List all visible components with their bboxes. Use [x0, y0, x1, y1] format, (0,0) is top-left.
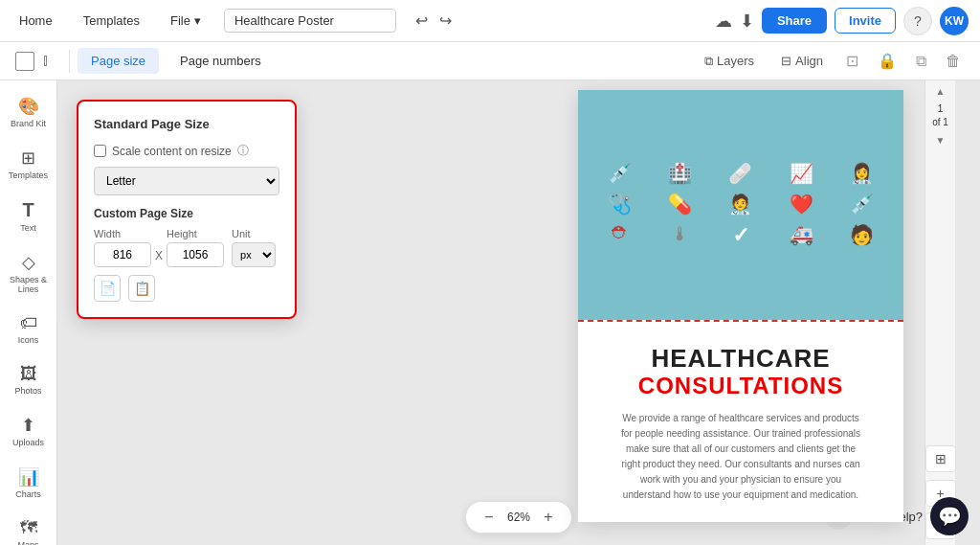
unit-select[interactable]: px in cm mm: [232, 242, 276, 267]
poster-bottom: HEALTHCARE CONSULTATIONS We provide a ra…: [578, 322, 903, 522]
help-button[interactable]: ?: [903, 7, 932, 35]
custom-page-size-title: Custom Page Size: [94, 207, 279, 220]
invite-button[interactable]: Invite: [835, 8, 896, 34]
scale-content-label: Scale content on resize: [112, 145, 232, 158]
download-icon[interactable]: ⬇: [740, 11, 754, 32]
crop-icon[interactable]: ⊡: [842, 48, 862, 74]
poster-body-text: We provide a range of healthcare service…: [616, 411, 865, 503]
maps-icon: 🗺: [20, 518, 37, 538]
copy-style-button[interactable]: ⊞: [925, 445, 956, 472]
poster-title-main: HEALTHCARE: [597, 345, 884, 373]
unit-label: Unit: [232, 228, 276, 239]
sidebar-item-text[interactable]: T Text: [4, 192, 54, 240]
scroll-up-btn[interactable]: ▲: [936, 86, 946, 97]
sidebar-label-photos: Photos: [14, 386, 41, 396]
toolbar-right: ⧉ Layers ⊟ Align ⊡ 🔒 ⧉ 🗑: [697, 48, 965, 74]
poster[interactable]: 💉 🏥 🩹 📈 👩‍⚕️ 🩺 💊 🧑‍⚕️ ❤️ 💉 ⛑ 🌡 ✓ �: [578, 90, 903, 522]
sidebar-item-charts[interactable]: 📊 Charts: [4, 459, 54, 507]
align-icon: ⊟: [781, 54, 791, 68]
document-title-input[interactable]: [224, 9, 396, 33]
sidebar-label-charts: Charts: [15, 489, 41, 499]
med-icon-nurse: 👩‍⚕️: [835, 162, 888, 185]
med-icon-first-aid: ⛑: [593, 223, 646, 248]
second-toolbar: ⫿ Page size Page numbers ⧉ Layers ⊟ Alig…: [0, 42, 980, 80]
templates-icon: ⊞: [21, 148, 35, 169]
undo-button[interactable]: ↩: [412, 10, 432, 32]
page-size-select[interactable]: Letter A4 A3 Legal Custom: [94, 167, 279, 195]
zoom-bar: − 62% +: [465, 501, 572, 534]
sidebar-item-icons[interactable]: 🏷 Icons: [4, 306, 54, 352]
sidebar-label-uploads: Uploads: [12, 438, 44, 447]
nav-file[interactable]: File ▾: [163, 10, 209, 32]
height-label: Height: [167, 228, 224, 239]
dimensions-row: Width X Height Unit px in: [94, 228, 279, 267]
sidebar-label-icons: Icons: [18, 335, 39, 345]
med-icon-bandage: 🩹: [714, 162, 767, 185]
left-sidebar: 🎨 Brand Kit ⊞ Templates T Text ◇ Shapes …: [0, 80, 57, 545]
nav-templates[interactable]: Templates: [76, 10, 147, 32]
tab-page-numbers[interactable]: Page numbers: [167, 48, 275, 74]
avatar[interactable]: KW: [940, 7, 969, 35]
width-input[interactable]: [94, 242, 151, 267]
zoom-plus-button[interactable]: +: [537, 506, 560, 529]
delete-icon[interactable]: 🗑: [942, 49, 965, 74]
scroll-down-btn[interactable]: ▼: [936, 135, 946, 146]
charts-icon: 📊: [18, 466, 39, 488]
nav-actions: ☁ ⬇ Share Invite ? KW: [715, 7, 969, 35]
med-icon-syringe: 💉: [593, 162, 646, 185]
med-icon-pill: 💊: [654, 193, 706, 216]
sidebar-label-brand-kit: Brand Kit: [11, 119, 46, 128]
canvas-area[interactable]: Standard Page Size Scale content on resi…: [57, 80, 980, 545]
sidebar-item-brand-kit[interactable]: 🎨 Brand Kit: [4, 88, 54, 136]
scale-content-row: Scale content on resize ⓘ: [94, 143, 279, 159]
select-tool[interactable]: [15, 52, 34, 71]
zoom-minus-button[interactable]: −: [478, 506, 501, 529]
tab-page-size[interactable]: Page size: [78, 48, 159, 74]
height-group: Height: [167, 228, 224, 267]
magic-tool[interactable]: ⫿: [42, 52, 61, 71]
duplicate-icon[interactable]: ⧉: [912, 49, 930, 74]
page-indicator: 1 of 1: [932, 102, 948, 129]
width-group: Width: [94, 228, 151, 267]
med-icon-check: ✓: [714, 223, 767, 248]
nav-home[interactable]: Home: [11, 10, 60, 32]
zoom-value: 62%: [504, 511, 533, 524]
med-icon-heart: ❤️: [775, 193, 828, 216]
med-icon-person: 🧑: [835, 223, 888, 248]
landscape-icon[interactable]: 📋: [128, 275, 155, 302]
med-icon-doctor: 🧑‍⚕️: [714, 193, 767, 216]
sidebar-item-shapes[interactable]: ◇ Shapes & Lines: [4, 244, 54, 302]
width-label: Width: [94, 228, 151, 239]
layers-button[interactable]: ⧉ Layers: [697, 50, 762, 73]
redo-button[interactable]: ↪: [435, 10, 456, 32]
lock-icon[interactable]: 🔒: [874, 48, 901, 74]
info-icon[interactable]: ⓘ: [237, 143, 249, 159]
med-icon-thermometer: 🌡: [654, 223, 706, 248]
med-icon-stethoscope: 🩺: [593, 193, 646, 216]
page-size-select-wrapper[interactable]: Letter A4 A3 Legal Custom: [94, 167, 279, 195]
text-icon: T: [22, 199, 33, 221]
undo-redo-group: ↩ ↪: [412, 10, 456, 32]
scale-content-checkbox[interactable]: [94, 145, 106, 157]
share-button[interactable]: Share: [762, 8, 827, 34]
page-size-popup: Standard Page Size Scale content on resi…: [77, 100, 297, 319]
divider: [69, 50, 70, 73]
poster-illustration: 💉 🏥 🩹 📈 👩‍⚕️ 🩺 💊 🧑‍⚕️ ❤️ 💉 ⛑ 🌡 ✓ �: [578, 90, 903, 320]
height-input[interactable]: [167, 242, 224, 267]
sidebar-item-uploads[interactable]: ⬆ Uploads: [4, 407, 54, 455]
sidebar-item-templates[interactable]: ⊞ Templates: [4, 140, 54, 188]
canvas-wrapper: 💉 🏥 🩹 📈 👩‍⚕️ 🩺 💊 🧑‍⚕️ ❤️ 💉 ⛑ 🌡 ✓ �: [578, 90, 903, 522]
chat-open-button[interactable]: 💬: [930, 497, 969, 535]
layers-icon: ⧉: [704, 54, 713, 69]
portrait-icon[interactable]: 📄: [94, 275, 121, 302]
uploads-icon: ⬆: [21, 415, 35, 436]
sidebar-item-maps[interactable]: 🗺 Maps: [4, 511, 54, 545]
sidebar-item-photos[interactable]: 🖼 Photos: [4, 356, 54, 403]
top-nav: Home Templates File ▾ ↩ ↪ ☁ ⬇ Share Invi…: [0, 0, 980, 42]
cloud-save-icon[interactable]: ☁: [715, 11, 732, 32]
main-layout: 🎨 Brand Kit ⊞ Templates T Text ◇ Shapes …: [0, 80, 980, 545]
med-icon-ambulance: 🚑: [775, 223, 828, 248]
align-button[interactable]: ⊟ Align: [773, 50, 831, 72]
popup-title: Standard Page Size: [94, 117, 279, 131]
sidebar-label-templates: Templates: [9, 170, 48, 180]
